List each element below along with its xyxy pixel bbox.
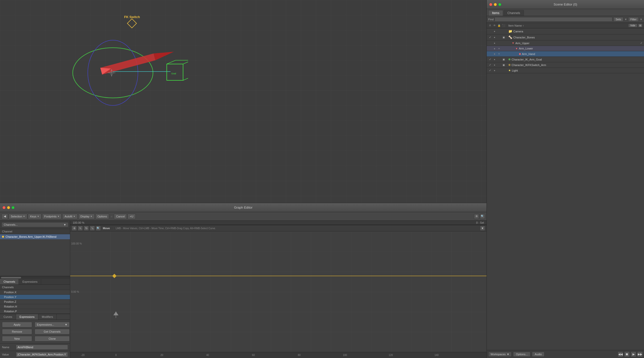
svg-line-8 [183, 60, 188, 64]
channel-position-z[interactable]: Position.Z [0, 300, 70, 304]
channels-dropdown-row: Channels... ▼ [0, 221, 70, 229]
apply-button[interactable]: Apply [2, 322, 32, 327]
toolbar-right: ✛ 🔍 [474, 214, 485, 219]
graph-canvas-area[interactable]: 100.00 % 0.00 % [70, 231, 487, 352]
expressions-dropdown-label: Expressions... [37, 323, 54, 326]
svg-rect-18 [112, 274, 117, 278]
plus-u-button[interactable]: +U [127, 214, 135, 219]
scene-tab-items[interactable]: Items [488, 10, 503, 16]
back-arrow-button[interactable]: ◀ [2, 214, 8, 219]
ik-name: ⊕ Character_IK_Arm_Goal [508, 58, 642, 61]
name-input[interactable] [16, 345, 68, 350]
scene-sets-button[interactable]: Sets [613, 17, 623, 22]
scene-item-character-bones[interactable]: ✓ ● ▣ 🦴 Character_Bones [487, 34, 644, 40]
maximize-button[interactable] [12, 206, 15, 209]
expr-tab-curves[interactable]: Curves [0, 314, 16, 320]
rewind-button[interactable]: ◀◀ [618, 351, 623, 357]
audio-button[interactable]: Audio [532, 352, 544, 357]
rotate-tool-button[interactable]: ↻ [84, 226, 89, 231]
scene-item-ikfkswitch[interactable]: ✓ ● ▣ ⊕ Character_IKFKSwitch_Arm [487, 62, 644, 68]
expr-tab-modifiers[interactable]: Modifiers [38, 314, 57, 320]
zoom-tool-button[interactable]: 🔍 [96, 226, 101, 231]
value-label: Value [2, 353, 13, 356]
tab-expressions[interactable]: Expressions [19, 279, 41, 284]
light-label: Light [512, 69, 518, 72]
channel-item-name: Character_Bones.Arm_Upper.IK.FKBlend [6, 235, 56, 238]
workspaces-dropdown[interactable]: Workspaces ▼ [488, 352, 512, 357]
scene-find-label: Find [488, 18, 494, 21]
move-tool-button[interactable]: ✛ [72, 226, 77, 231]
graph-percent-top: 100.00 % [73, 221, 84, 224]
new-button[interactable]: New [2, 336, 32, 341]
expressions-dropdown-button[interactable]: Expressions... ▼ [35, 322, 70, 327]
tab-channels[interactable]: Channels [0, 279, 19, 284]
col-check-icon: A [488, 24, 492, 27]
remove-button[interactable]: Remove [2, 329, 32, 334]
value-input[interactable] [16, 352, 68, 357]
display-dropdown[interactable]: Display ▼ [78, 214, 95, 219]
expand-cols-button[interactable]: ⊞ [638, 24, 642, 27]
arm-hand-label: Arm_Hand [522, 52, 535, 55]
forward-button[interactable]: ▶▶ [637, 351, 643, 357]
scene-filter-button[interactable]: Filter [628, 17, 639, 22]
play-button[interactable]: ▶ [631, 351, 636, 357]
scene-item-ik-goal[interactable]: ✓ ● ▣ ⊕ Character_IK_Arm_Goal [487, 57, 644, 62]
switch-type-icon: ▣ [502, 64, 505, 66]
minimize-button[interactable] [7, 206, 10, 209]
tick-40: 40 [206, 354, 209, 356]
bones-icons: ✓ ● ▣ [488, 36, 508, 39]
channel-rotation-p[interactable]: Rotation.P [0, 309, 70, 314]
keys-dropdown[interactable]: Keys ▼ [28, 214, 41, 219]
scene-item-camera[interactable]: ● 📁 Camera [487, 28, 644, 34]
scene-search-input[interactable] [495, 17, 612, 22]
item-name-col-label: Item Name ↑ [508, 24, 524, 27]
scene-items-list: ● 📁 Camera ✓ ● ▣ 🦴 Character_Bones [487, 28, 644, 358]
channels-scrollbar-h[interactable] [0, 276, 70, 279]
cancel-label: Cancel [116, 215, 125, 218]
channels-dropdown-button[interactable]: Channels... ▼ [2, 222, 68, 227]
select-tool-button[interactable]: ↖ [78, 226, 83, 231]
channel-position-x[interactable]: Position.X [0, 290, 70, 295]
channel-position-y[interactable]: Position.Y [0, 295, 70, 300]
timeline-axis: -20 0 20 40 60 80 100 120 140 [70, 352, 487, 358]
selection-dropdown[interactable]: Selection ▼ [9, 214, 27, 219]
options-label: Options [98, 215, 107, 218]
scene-maximize-button[interactable] [498, 3, 501, 6]
scene-item-arm-lower[interactable]: ● + ▼ Arm_Lower [487, 46, 644, 51]
scene-tab-channels[interactable]: Channels [504, 10, 524, 16]
footprints-dropdown[interactable]: Footprints ▼ [42, 214, 62, 219]
scene-item-light[interactable]: ✓ ● ★ Light [487, 68, 644, 73]
scale-tool-button[interactable]: ⤡ [90, 226, 95, 231]
move-right: ▼ [480, 226, 485, 231]
camera-vis-icon: ● [493, 30, 496, 33]
options-button[interactable]: Options... [513, 352, 530, 357]
fk-switch-diamond [127, 18, 137, 28]
scene-item-arm-upper[interactable]: ● ▼ Arm_Upper ✓ [487, 40, 644, 46]
move-description: LMB - Move Values, Ctrl+LMB - Move Time,… [116, 227, 216, 230]
tick-80: 80 [298, 354, 300, 356]
name-label: Name [2, 346, 13, 349]
expr-tab-expressions[interactable]: Expressions [16, 314, 38, 320]
channel-rotation-h[interactable]: Rotation.H [0, 304, 70, 309]
clone-button[interactable]: Clone [35, 336, 70, 341]
cancel-button[interactable]: Cancel [114, 214, 127, 219]
stop-button[interactable]: ⏹ [624, 351, 630, 357]
display-arrow-icon: ▼ [90, 215, 93, 218]
scene-window-buttons [489, 3, 501, 6]
filter-arrow-icon: ▼ [640, 18, 642, 21]
autofit-dropdown[interactable]: Autofit ▼ [62, 214, 77, 219]
search-icon-button[interactable]: 🔍 [480, 214, 485, 219]
hide-button[interactable]: hide [628, 24, 637, 27]
scene-close-button[interactable] [489, 3, 492, 6]
scene-item-arm-hand[interactable]: ● + ◆ Arm_Hand [487, 51, 644, 57]
move-icon-button[interactable]: ✛ [474, 214, 479, 219]
close-button[interactable] [3, 206, 6, 209]
more-options-button[interactable]: ▼ [480, 226, 485, 231]
get-channels-button[interactable]: Get Channels [35, 329, 70, 334]
channel-item[interactable]: Character_Bones.Arm_Upper.IK.FKBlend [0, 234, 70, 239]
arm-upper-vis-icon: ● [493, 42, 496, 44]
options-dropdown[interactable]: Options [95, 214, 109, 219]
channel-dot [2, 236, 4, 238]
scene-minimize-button[interactable] [494, 3, 497, 6]
channels-items-list: Channels Position.X Position.Y Position.… [0, 285, 70, 314]
